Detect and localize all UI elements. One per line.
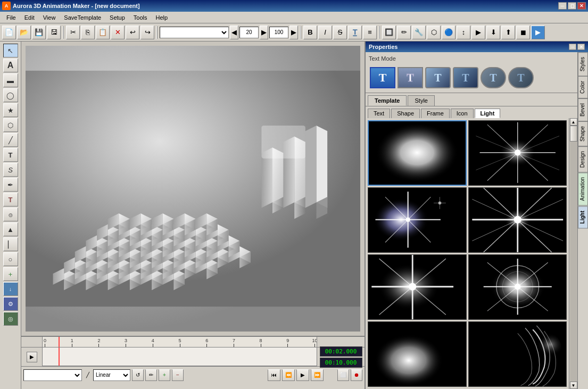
menu-file[interactable]: File: [2, 13, 20, 22]
scroll-down-button[interactable]: ▼: [570, 382, 577, 389]
tool-brush[interactable]: ✒: [3, 178, 18, 192]
italic-button[interactable]: I: [318, 26, 332, 39]
play-forward-button[interactable]: ⏩: [311, 369, 324, 381]
refresh-button[interactable]: ↺: [132, 369, 144, 381]
rewind-button[interactable]: ⏮: [268, 369, 280, 381]
font-size-input[interactable]: [239, 27, 259, 38]
tool-triangle[interactable]: ▲: [3, 222, 18, 236]
new-button[interactable]: 📄: [2, 26, 16, 39]
menu-tools[interactable]: Tools: [129, 13, 152, 22]
subtab-text[interactable]: Text: [368, 109, 390, 118]
menu-help[interactable]: Help: [152, 13, 172, 22]
sidebar-tab-shape[interactable]: Shape: [578, 121, 588, 146]
subtab-shape[interactable]: Shape: [391, 109, 420, 118]
minimize-button[interactable]: ─: [558, 2, 567, 10]
prop-close-button[interactable]: ✕: [577, 44, 585, 50]
text-mode-sphere1[interactable]: T: [425, 67, 451, 88]
light-item-5[interactable]: [368, 254, 467, 320]
tool-hexagon[interactable]: ⬡: [3, 118, 18, 132]
scroll-thumb[interactable]: [570, 126, 577, 142]
subtab-light[interactable]: Light: [475, 109, 501, 118]
textstyle-button[interactable]: T̲: [348, 26, 362, 39]
prop-minimize-button[interactable]: ─: [569, 44, 576, 50]
light-item-8[interactable]: [468, 321, 567, 387]
obj8-button[interactable]: ⬇: [486, 26, 500, 39]
light-item-1[interactable]: [368, 120, 467, 186]
tool-ellipse[interactable]: ◯: [3, 88, 18, 102]
sidebar-tab-styles[interactable]: Styles: [578, 52, 588, 76]
copy-button[interactable]: ⎘: [81, 26, 95, 39]
track-collapse-button[interactable]: ▶: [27, 352, 37, 362]
subtab-frame[interactable]: Frame: [421, 109, 450, 118]
menu-view[interactable]: View: [39, 13, 60, 22]
redo-button[interactable]: ↪: [140, 26, 154, 39]
open-button[interactable]: 📂: [17, 26, 31, 39]
tool-circle[interactable]: ○: [3, 252, 18, 266]
obj9-button[interactable]: ⬆: [501, 26, 515, 39]
obj7-button[interactable]: ▶: [471, 26, 485, 39]
light-item-6[interactable]: [468, 254, 567, 320]
menu-edit[interactable]: Edit: [20, 13, 39, 22]
tab-style[interactable]: Style: [408, 95, 434, 106]
timeline-track[interactable]: [43, 347, 317, 366]
light-item-2[interactable]: [468, 120, 567, 186]
scroll-track[interactable]: [570, 126, 577, 382]
strikethrough-button[interactable]: S: [333, 26, 347, 39]
tool-line[interactable]: ╱: [3, 133, 18, 147]
paste-button[interactable]: 📋: [96, 26, 110, 39]
menu-savetemplate[interactable]: SaveTemplate: [60, 13, 105, 22]
tool-insert[interactable]: T: [3, 193, 18, 206]
sidebar-tab-light[interactable]: Light: [578, 206, 588, 228]
tool-ring[interactable]: ⌾: [3, 208, 18, 221]
align-button[interactable]: ≡: [363, 26, 377, 39]
tool-rectangle[interactable]: ▬: [3, 73, 18, 87]
tool-textbox[interactable]: T: [3, 148, 18, 162]
play-button[interactable]: ▶: [296, 369, 309, 381]
tool-select[interactable]: ↖: [3, 44, 18, 57]
tool-animation[interactable]: ◎: [3, 312, 18, 326]
restore-button[interactable]: ◻: [568, 2, 576, 10]
tool-text[interactable]: A: [3, 59, 18, 72]
tool-vbar[interactable]: ▏: [3, 237, 18, 251]
canvas-container[interactable]: [26, 46, 360, 332]
obj11-button[interactable]: ▶: [531, 26, 545, 39]
obj3-button[interactable]: 🔧: [412, 26, 426, 39]
obj6-button[interactable]: ↕: [457, 26, 470, 39]
remove-key-button[interactable]: −: [172, 369, 184, 381]
sidebar-tab-color[interactable]: Color: [578, 76, 588, 98]
font-scale-input[interactable]: [269, 27, 288, 38]
undo-button[interactable]: ↩: [126, 26, 139, 39]
obj2-button[interactable]: ✏: [397, 26, 411, 39]
subtab-icon[interactable]: Icon: [451, 109, 474, 118]
play-back-button[interactable]: ⏪: [282, 369, 295, 381]
sidebar-tab-animation[interactable]: Animation: [578, 172, 588, 205]
tool-star[interactable]: ★: [3, 103, 18, 117]
font-selector[interactable]: [160, 27, 229, 38]
light-item-3[interactable]: [368, 187, 467, 253]
add-key-button[interactable]: +: [159, 369, 170, 381]
text-mode-normal[interactable]: T: [370, 67, 395, 88]
scroll-up-button[interactable]: ▲: [570, 118, 577, 126]
text-mode-outline[interactable]: T: [397, 67, 423, 88]
tool-arc[interactable]: S: [3, 163, 18, 177]
record-button[interactable]: ⏺: [351, 369, 362, 381]
text-mode-sphere2[interactable]: T: [453, 67, 478, 88]
tab-template[interactable]: Template: [368, 95, 407, 106]
text-mode-sphere4[interactable]: T: [508, 67, 534, 88]
delete-button[interactable]: ✕: [111, 26, 125, 39]
loop-button[interactable]: ⬜: [337, 369, 349, 381]
sidebar-tab-bevel[interactable]: Bevel: [578, 98, 588, 121]
menu-setup[interactable]: Setup: [105, 13, 129, 22]
saveas-button[interactable]: 🖫: [47, 26, 61, 39]
tool-dot[interactable]: +: [3, 267, 18, 281]
edit-keys-button[interactable]: ✏: [145, 369, 157, 381]
text-mode-sphere3[interactable]: T: [481, 67, 506, 88]
close-button[interactable]: ✕: [577, 2, 586, 10]
font-scale-up[interactable]: ▶: [289, 26, 298, 39]
tool-settings[interactable]: ⚙: [3, 297, 18, 311]
obj1-button[interactable]: 🔲: [382, 26, 396, 39]
light-item-7[interactable]: [368, 321, 467, 387]
bold-button[interactable]: B: [303, 26, 317, 39]
font-size-up[interactable]: ▶: [260, 26, 268, 39]
cut-button[interactable]: ✂: [66, 26, 80, 39]
